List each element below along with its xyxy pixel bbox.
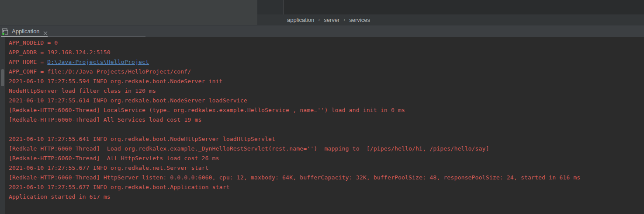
breadcrumb-item-server[interactable]: server xyxy=(324,17,339,23)
console-line: NodeHttpServer load filter class in 120 … xyxy=(9,86,644,96)
console-line: APP_ADDR = 192.168.124.2:5150 xyxy=(9,48,644,57)
console-line: [Redkale-HTTP:6060-Thread] LocalService … xyxy=(9,105,644,115)
console-line: Application started in 617 ms xyxy=(9,192,644,202)
editor-split-divider xyxy=(283,0,644,14)
running-indicator-dot xyxy=(2,32,5,35)
editor-pane-top xyxy=(257,0,644,14)
console-gutter xyxy=(0,37,5,214)
console-line: 2021-06-10 17:27:55.614 INFO org.redkale… xyxy=(9,96,644,105)
console-panel: APP_NODEID = 0APP_ADDR = 192.168.124.2:5… xyxy=(0,37,644,214)
tab-application[interactable]: Application xyxy=(0,25,52,37)
console-line: 2021-06-10 17:27:55.677 INFO org.redkale… xyxy=(9,182,644,192)
file-link[interactable]: D:\Java-Projects\HelloProject xyxy=(47,59,149,65)
close-icon[interactable] xyxy=(43,29,48,34)
chevron-right-icon: › xyxy=(318,17,320,23)
console-line: [Redkale-HTTP:6060-Thread] All HttpServl… xyxy=(9,154,644,163)
console-line: 2021-06-10 17:27:55.677 INFO org.redkale… xyxy=(9,163,644,173)
console-line: [Redkale-HTTP:6060-Thread] Load org.redk… xyxy=(9,144,644,154)
console-line: [Redkale-HTTP:6060-Thread] All Services … xyxy=(9,115,644,125)
editor-pane-left xyxy=(0,0,257,25)
ide-window: application › server › services Applicat… xyxy=(0,0,644,214)
console-line: [Redkale-HTTP:6060-Thread] HttpServer li… xyxy=(9,173,644,182)
scrollbar-thumb[interactable] xyxy=(1,69,4,86)
chevron-right-icon: › xyxy=(343,17,345,23)
console-line xyxy=(9,125,644,134)
console-line-prefix: APP_HOME = xyxy=(9,59,47,65)
breadcrumb: application › server › services xyxy=(257,14,644,25)
breadcrumb-item-services[interactable]: services xyxy=(349,17,370,23)
console-icon xyxy=(2,28,9,35)
editor-pane-right: application › server › services xyxy=(257,0,644,25)
console-line: 2021-06-10 17:27:55.594 INFO org.redkale… xyxy=(9,77,644,86)
breadcrumb-item-application[interactable]: application xyxy=(287,17,314,23)
console-line: APP_HOME = D:\Java-Projects\HelloProject xyxy=(9,57,644,67)
console-line: APP_CONF = file:/D:/Java-Projects/HelloP… xyxy=(9,67,644,77)
run-toolwindow-tab-bar: Application xyxy=(0,25,644,37)
console-line: APP_NODEID = 0 xyxy=(9,38,644,48)
console-output: APP_NODEID = 0APP_ADDR = 192.168.124.2:5… xyxy=(5,37,644,214)
console-line: 2021-06-10 17:27:55.641 INFO org.redkale… xyxy=(9,134,644,144)
editor-area: application › server › services xyxy=(0,0,644,25)
tab-label: Application xyxy=(12,28,40,35)
